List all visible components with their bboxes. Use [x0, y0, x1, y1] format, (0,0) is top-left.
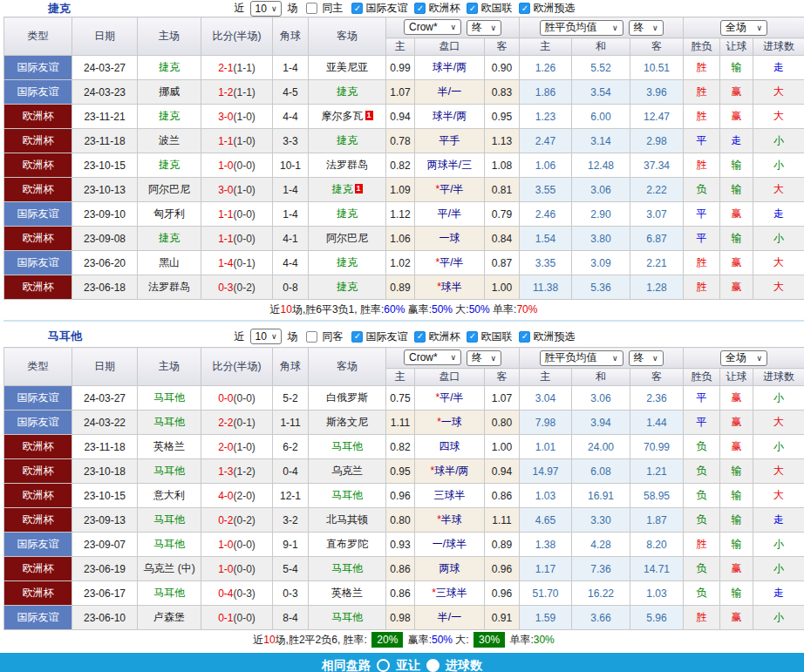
odds-home: 1.06	[386, 227, 415, 251]
league-filter-label: 国际友谊	[365, 329, 407, 344]
avg-draw: 5.52	[572, 56, 630, 80]
scope-select[interactable]: 全场∨	[720, 20, 767, 36]
half-time-score: (0-2)	[234, 514, 256, 526]
match-date: 24-03-23	[72, 80, 138, 105]
away-team: 白俄罗斯	[309, 386, 386, 411]
handicap: 平手	[415, 129, 485, 153]
games-count-select[interactable]: 10∨	[250, 329, 283, 344]
result-handicap: 输	[720, 227, 753, 251]
scope-select[interactable]: 全场∨	[720, 350, 767, 366]
league-filter-label: 欧洲预选	[533, 1, 575, 16]
odds-away: 1.13	[485, 129, 520, 153]
radio-goals-icon[interactable]	[426, 659, 439, 672]
odds-away: 0.89	[485, 533, 520, 557]
avg-away: 70.99	[630, 435, 684, 459]
full-time-score: 1-2	[218, 86, 233, 98]
league-filter-checkbox[interactable]: ✓	[519, 331, 530, 343]
avg-away: 3.07	[630, 202, 684, 227]
avg-time-select[interactable]: 终∨	[629, 20, 664, 36]
odds-time-select[interactable]: 终∨	[467, 350, 501, 366]
radio-asian-handicap-icon[interactable]	[377, 659, 390, 672]
avg-away: 2.21	[630, 251, 684, 275]
away-team-name: 亚美尼亚	[326, 61, 368, 73]
avg-draw: 3.54	[572, 80, 630, 105]
handicap-text: 平手	[439, 134, 460, 146]
same-side-checkbox[interactable]	[306, 331, 317, 343]
games-count-select[interactable]: 10∨	[250, 1, 283, 17]
league-filter-checkbox[interactable]: ✓	[414, 3, 426, 14]
full-time-score: 3-0	[218, 184, 233, 196]
radio-asian-handicap-label[interactable]: 亚让	[396, 658, 420, 672]
select-value: 终	[472, 20, 482, 35]
same-side-checkbox[interactable]	[306, 3, 317, 14]
summary-segment: 50%	[432, 634, 453, 646]
odds-home: 0.98	[386, 606, 415, 630]
league-filter-label: 欧洲预选	[533, 329, 575, 344]
match-row: 国际友谊24-03-27马耳他0-0(0-0)5-2白俄罗斯0.75*平/半1.…	[4, 386, 804, 411]
radio-goals-label[interactable]: 进球数	[446, 658, 482, 672]
league-filter-checkbox[interactable]: ✓	[414, 331, 426, 343]
corner-score: 5-2	[273, 386, 309, 411]
summary-segment: 50%	[469, 303, 490, 316]
odds-home: 1.11	[386, 411, 415, 435]
score-cell: 1-2(1-1)	[201, 80, 273, 105]
avg-type-select[interactable]: 胜平负均值∨	[540, 350, 623, 366]
league-badge: 欧洲杯	[4, 129, 72, 153]
avg-type-select[interactable]: 胜平负均值∨	[540, 20, 623, 36]
away-team-name: 捷克	[337, 134, 358, 146]
league-filter-checkbox[interactable]: ✓	[351, 331, 363, 343]
column-header: 和	[572, 369, 630, 386]
summary-line: 近10场,胜2平2负6, 胜率: 20% 赢率:50% 大: 30% 单率:30…	[3, 630, 804, 650]
result-wdl: 负	[684, 435, 720, 459]
avg-away: 1.28	[630, 275, 684, 300]
half-time-score: (0-0)	[234, 392, 256, 404]
full-time-score: 0-3	[218, 282, 233, 294]
avg-away: 5.96	[630, 606, 684, 630]
half-time-score: (2-0)	[234, 490, 256, 502]
corner-score: 3-2	[273, 508, 309, 533]
odds-away: 0.80	[485, 411, 520, 435]
odds-company-select[interactable]: Crow*∨	[404, 19, 461, 35]
match-date: 23-06-17	[72, 581, 138, 606]
avg-away: 1.87	[630, 508, 684, 533]
result-handicap: 赢	[720, 275, 753, 300]
result-group-header: 全场∨	[684, 17, 804, 38]
result-wdl: 负	[684, 508, 720, 533]
odds-home: 0.86	[386, 557, 415, 581]
league-badge: 欧洲杯	[4, 508, 72, 533]
home-team-name: 卢森堡	[153, 611, 185, 623]
league-badge: 国际友谊	[4, 606, 72, 630]
avg-home: 11.38	[520, 275, 572, 300]
handicap: 平/半	[415, 202, 485, 227]
corner-score: 5-4	[273, 557, 309, 581]
league-badge: 国际友谊	[4, 251, 72, 275]
avg-away: 1.03	[630, 581, 684, 606]
league-badge: 欧洲杯	[4, 105, 72, 129]
summary-segment: 赢率:	[405, 303, 432, 316]
away-team-name: 捷克	[337, 85, 358, 98]
column-header: 客	[630, 369, 684, 386]
home-team-name: 马耳他	[153, 538, 185, 550]
avg-away: 2.22	[630, 178, 684, 202]
half-time-score: (1-1)	[234, 86, 256, 98]
odds-company-select[interactable]: Crow*∨	[404, 350, 461, 365]
away-team: 捷克	[309, 275, 386, 300]
avg-time-select[interactable]: 终∨	[629, 350, 664, 366]
half-time-score: (1-0)	[234, 135, 256, 147]
league-filter-checkbox[interactable]: ✓	[519, 3, 530, 14]
match-date: 23-06-18	[72, 275, 138, 300]
filter-controls: 近10∨场同主✓国际友谊✓欧洲杯✓欧国联✓欧洲预选	[3, 0, 804, 17]
result-wdl: 平	[684, 386, 720, 411]
avg-draw: 24.00	[572, 435, 630, 459]
league-filter-checkbox[interactable]: ✓	[467, 3, 478, 14]
home-team: 阿尔巴尼	[138, 178, 201, 202]
home-team-name: 马耳他	[153, 465, 185, 477]
league-filter-checkbox[interactable]: ✓	[351, 3, 363, 14]
league-filter-label: 欧洲杯	[428, 1, 460, 16]
handicap: *一球	[415, 411, 485, 435]
result-handicap: 输	[720, 484, 753, 508]
league-filter-checkbox[interactable]: ✓	[467, 331, 478, 343]
odds-time-select[interactable]: 终∨	[467, 20, 501, 36]
match-row: 欧洲杯23-10-15捷克1-0(0-0)10-1法罗群岛0.82两球半/三1.…	[4, 153, 804, 178]
result-wdl: 胜	[684, 80, 720, 105]
